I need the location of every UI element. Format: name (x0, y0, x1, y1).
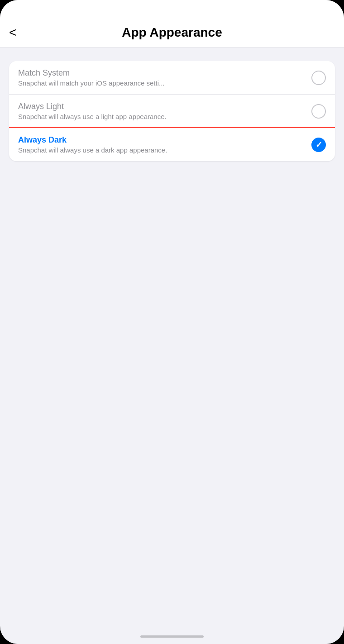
option-always-light-text: Always Light Snapchat will always use a … (18, 102, 311, 120)
page-title: App Appearance (9, 25, 335, 40)
option-match-system[interactable]: Match System Snapchat will match your iO… (9, 61, 335, 95)
option-match-system-radio[interactable] (311, 71, 326, 85)
option-always-dark-radio[interactable]: ✓ (311, 138, 326, 152)
checkmark-icon: ✓ (315, 140, 322, 150)
option-always-dark-title: Always Dark (18, 135, 311, 145)
option-always-dark-description: Snapchat will always use a dark app appe… (18, 146, 311, 154)
option-always-light-radio[interactable] (311, 104, 326, 119)
option-match-system-text: Match System Snapchat will match your iO… (18, 68, 311, 87)
bottom-bar (0, 629, 344, 644)
option-match-system-title: Match System (18, 68, 311, 78)
options-card: Match System Snapchat will match your iO… (9, 61, 335, 161)
option-always-dark-text: Always Dark Snapchat will always use a d… (18, 135, 311, 154)
phone-frame: < App Appearance Match System Snapchat w… (0, 0, 344, 644)
status-bar (0, 0, 344, 20)
option-match-system-description: Snapchat will match your iOS appearance … (18, 79, 311, 87)
option-always-light-title: Always Light (18, 102, 311, 111)
home-indicator (140, 635, 204, 638)
option-always-light-description: Snapchat will always use a light app app… (18, 113, 311, 120)
back-button[interactable]: < (9, 24, 20, 41)
back-chevron-icon: < (9, 26, 16, 39)
option-always-dark[interactable]: Always Dark Snapchat will always use a d… (9, 128, 335, 161)
option-always-light[interactable]: Always Light Snapchat will always use a … (9, 95, 335, 128)
content-area: Match System Snapchat will match your iO… (0, 48, 344, 629)
header: < App Appearance (0, 20, 344, 48)
